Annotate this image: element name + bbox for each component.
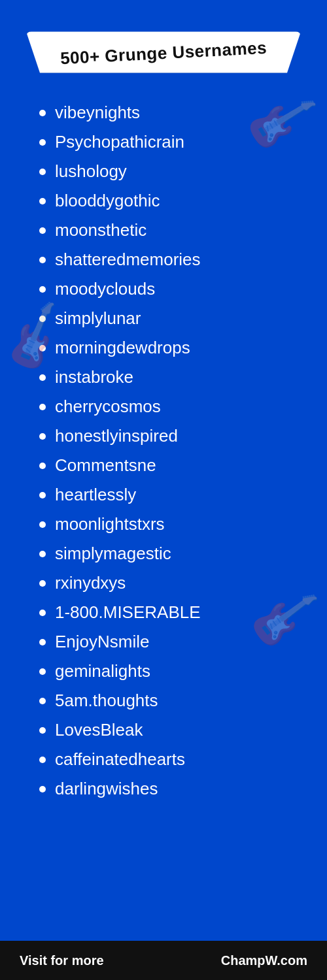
username-text: moonsthetic [55,220,146,240]
footer-visit-label: Visit for more [20,953,104,968]
username-text: 5am.thoughts [55,691,158,711]
list-item: darlingwishes [39,774,301,804]
username-text: caffeinatedhearts [55,749,185,770]
bullet-icon [39,198,46,204]
username-text: lushology [55,161,127,182]
username-text: Commentsne [55,455,156,476]
list-item: cherrycosmos [39,392,301,421]
bullet-icon [39,610,46,616]
username-text: cherrycosmos [55,397,161,417]
list-item: morningdewdrops [39,333,301,363]
bullet-icon [39,551,46,557]
list-item: simplylunar [39,304,301,333]
bullet-icon [39,580,46,587]
bullet-icon [39,257,46,263]
username-text: geminalights [55,661,150,681]
bullet-icon [39,698,46,704]
list-item: LovesBleak [39,715,301,745]
list-item: 5am.thoughts [39,686,301,715]
guitar-icon-bottom-right: 🎸 [247,583,322,655]
bullet-icon [39,463,46,469]
username-text: blooddygothic [55,191,160,211]
username-text: LovesBleak [55,720,143,740]
bullet-icon [39,433,46,440]
bullet-icon [39,492,46,498]
bullet-icon [39,727,46,734]
bullet-icon [39,668,46,675]
username-text: simplylunar [55,308,141,329]
bullet-icon [39,521,46,528]
username-text: 1-800.MISERABLE [55,602,201,623]
bullet-icon [39,139,46,146]
username-text: Psychopathicrain [55,132,184,152]
username-text: rxinydxys [55,573,126,593]
bullet-icon [39,639,46,645]
username-text: honestlyinspired [55,426,178,446]
username-text: simplymagestic [55,544,171,564]
list-item: Commentsne [39,451,301,480]
list-item: honestlyinspired [39,421,301,451]
username-text: heartlessly [55,485,136,505]
bullet-icon [39,404,46,410]
list-item: caffeinatedhearts [39,745,301,774]
username-text: darlingwishes [55,779,158,799]
bullet-icon [39,227,46,234]
footer-site: ChampW.com [221,953,307,968]
bullet-icon [39,169,46,175]
list-item: simplymagestic [39,539,301,568]
list-item: moonlightstxrs [39,510,301,539]
bullet-icon [39,110,46,116]
list-item: lushology [39,157,301,186]
username-list: vibeynightsPsychopathicrainlushologybloo… [0,91,327,817]
banner-ribbon: 500+ Grunge Usernames [26,31,301,73]
list-item: moodyclouds [39,274,301,304]
username-text: moonlightstxrs [55,514,165,534]
list-item: shatteredmemories [39,245,301,274]
list-item: heartlessly [39,480,301,510]
list-item: moonsthetic [39,216,301,245]
list-item: geminalights [39,657,301,686]
bullet-icon [39,757,46,763]
footer: Visit for more ChampW.com [0,941,327,980]
banner-title: 500+ Grunge Usernames [60,38,267,69]
bullet-icon [39,374,46,381]
banner-area: 500+ Grunge Usernames [0,0,327,85]
list-item: instabroke [39,363,301,392]
bullet-icon [39,786,46,792]
username-text: vibeynights [55,103,140,123]
username-text: EnjoyNsmile [55,632,150,652]
username-text: moodyclouds [55,279,155,299]
bullet-icon [39,286,46,293]
username-text: shatteredmemories [55,250,201,270]
username-text: instabroke [55,367,133,387]
list-item: blooddygothic [39,186,301,216]
